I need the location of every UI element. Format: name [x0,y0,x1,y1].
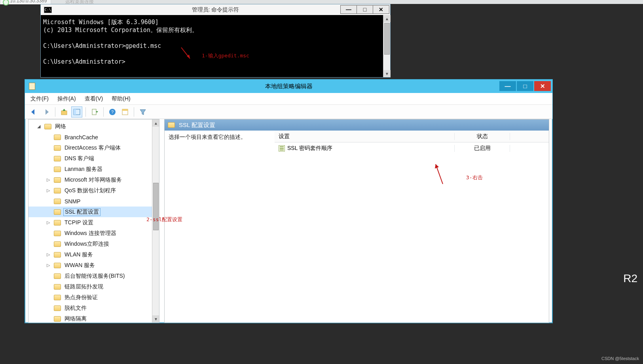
expand-icon[interactable]: ▷ [46,178,51,182]
policy-tree[interactable]: ◢ 网络 BranchCacheDirectAccess 客户端体DNS 客户端… [28,119,152,322]
toolbar-help-button[interactable]: ? [107,106,118,118]
expand-icon[interactable] [46,231,51,236]
folder-icon [54,231,61,236]
toolbar-filter-button[interactable] [137,106,148,118]
expand-icon[interactable] [46,135,51,140]
menu-view[interactable]: 查看(V) [85,95,103,102]
expand-icon[interactable] [46,284,51,289]
expand-icon[interactable] [46,146,51,150]
desktop-watermark-r2: R2 [623,272,637,285]
menu-action[interactable]: 操作(A) [57,95,76,102]
scroll-up-icon[interactable]: ▲ [383,15,391,22]
cmd-minimize-button[interactable]: — [340,5,357,14]
folder-icon [44,124,51,129]
gpedit-window: 本地组策略编辑器 — □ ✕ 文件(F) 操作(A) 查看(V) 帮助(H) ? [25,79,553,323]
tree-item[interactable]: ▷QoS 数据包计划程序 [28,185,152,196]
toolbar-separator [85,107,86,117]
content-header-title: SSL 配置设置 [179,121,215,129]
gpedit-minimize-button[interactable]: — [499,81,516,91]
svg-text:?: ? [111,110,114,114]
tree-item[interactable]: Windows 连接管理器 [28,228,152,239]
expand-icon[interactable]: ▷ [46,188,51,193]
tree-item[interactable]: BranchCache [28,132,152,142]
gpedit-icon [29,83,35,90]
svg-rect-13 [122,109,128,111]
folder-up-icon [60,108,68,116]
expand-icon[interactable]: ▷ [46,220,51,225]
scroll-down-icon[interactable]: ▼ [152,315,159,322]
cmd-close-button[interactable]: ✕ [373,5,389,14]
folder-icon [54,284,61,290]
toolbar-back-button[interactable] [28,106,39,118]
expand-icon[interactable] [46,210,51,214]
tree-item-label: Windows 连接管理器 [63,230,118,237]
cmd-output[interactable]: Microsoft Windows [版本 6.3.9600] (c) 2013… [41,15,383,77]
tree-root-network[interactable]: ◢ 网络 [28,121,152,132]
expand-icon[interactable] [46,306,51,311]
gpedit-maximize-button[interactable]: □ [517,81,533,91]
tree-item[interactable]: 脱机文件 [28,303,152,313]
tree-item[interactable]: Windows立即连接 [28,239,152,249]
expand-icon[interactable] [46,199,51,204]
gpedit-menubar: 文件(F) 操作(A) 查看(V) 帮助(H) [25,93,552,105]
properties-icon [121,108,129,116]
toolbar-properties-button[interactable] [119,106,131,118]
cmd-maximize-button[interactable]: □ [357,5,373,14]
expand-icon[interactable]: ▷ [46,252,51,257]
tree-item[interactable]: ▷WWAN 服务 [28,260,152,271]
folder-icon [54,241,61,247]
menu-file[interactable]: 文件(F) [30,95,49,102]
scroll-up-icon[interactable]: ▲ [152,119,159,127]
tree-item-label: DNS 客户端 [63,155,95,162]
arrow-left-icon [30,108,38,116]
tree-item[interactable]: DirectAccess 客户端体 [28,142,152,153]
tree-item[interactable]: 热点身份验证 [28,292,152,303]
folder-icon [54,295,61,300]
gpedit-close-button[interactable]: ✕ [534,81,551,91]
expand-icon[interactable] [46,274,51,279]
tree-item[interactable]: SSL 配置设置 [28,207,152,217]
expand-icon[interactable] [46,295,51,300]
scroll-thumb[interactable] [384,23,390,55]
tree-item[interactable]: 网络隔离 [28,313,152,322]
cmd-window-controls: — □ ✕ [341,5,389,14]
state-cell: 已启用 [455,145,510,152]
col-setting-header[interactable]: 设置 [275,133,455,140]
tree-item[interactable]: DNS 客户端 [28,153,152,164]
expand-icon[interactable] [46,167,51,172]
tree-item[interactable]: ▷Microsoft 对等网络服务 [28,174,152,185]
tree-item[interactable]: ▷WLAN 服务 [28,249,152,260]
col-state-header[interactable]: 状态 [455,133,510,140]
toolbar-export-button[interactable] [89,106,100,118]
folder-icon [54,209,61,215]
tree-item-label: Microsoft 对等网络服务 [63,176,123,184]
expand-icon[interactable] [46,156,51,161]
toolbar-up-button[interactable] [59,106,70,118]
menu-help[interactable]: 帮助(H) [112,95,130,102]
scroll-down-icon[interactable]: ▼ [383,70,391,77]
tree-pane: ◢ 网络 BranchCacheDirectAccess 客户端体DNS 客户端… [28,119,159,323]
expand-icon[interactable]: ▷ [46,263,51,268]
tree-item[interactable]: SNMP [28,196,152,207]
setting-name: SSL 密码套件顺序 [287,145,332,152]
scroll-thumb[interactable] [153,183,159,230]
tree-item[interactable]: 后台智能传送服务(BITS) [28,271,152,281]
tree-item-label: 链路层拓扑发现 [63,283,104,290]
tree-item[interactable]: 链路层拓扑发现 [28,281,152,292]
expand-icon[interactable] [46,317,51,321]
annotation-arrow-1 [180,47,196,63]
toolbar-show-hide-tree-button[interactable] [71,106,82,118]
tree-pane-icon [73,108,81,116]
collapse-icon[interactable]: ◢ [36,124,41,129]
settings-row[interactable]: SSL 密码套件顺序已启用 [275,142,549,154]
tree-item[interactable]: ▷TCPIP 设置 [28,217,152,228]
folder-icon [54,252,61,258]
tree-item-label: 热点身份验证 [63,294,99,301]
folder-icon [54,305,61,311]
export-icon [91,108,99,116]
svg-marker-5 [63,109,66,111]
tree-item[interactable]: Lanman 服务器 [28,164,152,174]
cmd-scrollbar[interactable]: ▲ ▼ [383,15,390,77]
expand-icon[interactable] [46,242,51,246]
toolbar-forward-button[interactable] [41,106,52,118]
